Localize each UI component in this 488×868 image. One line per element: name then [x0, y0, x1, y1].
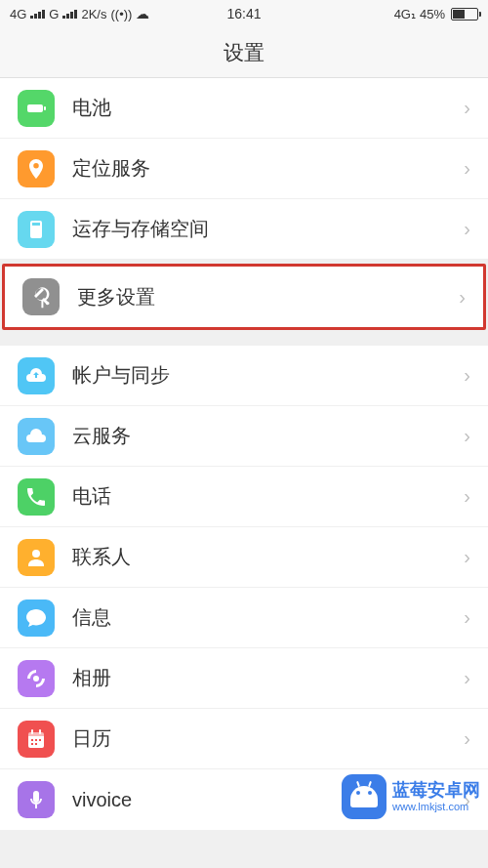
svg-rect-3 [32, 223, 40, 226]
chevron-right-icon: › [464, 425, 470, 447]
svg-rect-0 [27, 104, 43, 112]
page-title: 设置 [0, 27, 488, 78]
settings-item-cloud[interactable]: 云服务› [0, 406, 488, 467]
svg-rect-14 [35, 743, 37, 745]
battery-percent: 45% [420, 7, 445, 21]
item-label: 云服务 [72, 423, 464, 449]
net-speed-label: 2K/s [81, 7, 106, 21]
item-label: 电话 [72, 483, 464, 510]
chevron-right-icon: › [464, 727, 470, 750]
messages-icon [18, 599, 55, 637]
svg-point-5 [33, 676, 39, 682]
svg-rect-1 [44, 106, 46, 110]
chevron-right-icon: › [459, 286, 466, 309]
item-label: 日历 [72, 725, 464, 752]
svg-rect-15 [33, 791, 39, 803]
item-label: 相册 [72, 665, 464, 691]
battery-icon [451, 8, 478, 21]
settings-item-battery[interactable]: 电池› [0, 78, 488, 139]
storage-icon [18, 211, 55, 248]
settings-item-contacts[interactable]: 联系人› [0, 527, 488, 588]
chevron-right-icon: › [464, 364, 470, 387]
chevron-right-icon: › [464, 97, 470, 119]
chevron-right-icon: › [464, 546, 470, 568]
chevron-right-icon: › [464, 157, 470, 180]
watermark-android-icon [342, 774, 386, 819]
network-1-label: 4G [10, 7, 26, 21]
battery-icon [18, 90, 55, 127]
gallery-icon [18, 660, 55, 697]
item-label: 联系人 [72, 544, 464, 570]
account-icon [18, 357, 55, 394]
network-2-label: G [49, 7, 59, 21]
chevron-right-icon: › [464, 606, 470, 629]
item-label: 信息 [72, 604, 464, 631]
item-label: 更多设置 [77, 284, 459, 310]
chevron-right-icon: › [464, 667, 470, 689]
svg-rect-11 [35, 739, 37, 741]
svg-rect-8 [31, 729, 33, 734]
wifi-icon: ((•)) [110, 7, 132, 21]
settings-item-gallery[interactable]: 相册› [0, 648, 488, 709]
signal-bars-1-icon [30, 10, 45, 19]
location-icon [18, 150, 55, 187]
settings-item-messages[interactable]: 信息› [0, 588, 488, 648]
svg-rect-13 [31, 743, 33, 745]
svg-rect-7 [28, 732, 44, 736]
chevron-right-icon: › [464, 485, 470, 508]
settings-item-more[interactable]: 更多设置› [2, 264, 486, 330]
status-left: 4G G 2K/s ((•)) ☁ [10, 6, 149, 21]
network-right-label: 4G₁ [394, 7, 416, 21]
cloud-icon [18, 418, 55, 455]
more-icon [22, 278, 60, 315]
item-label: 电池 [72, 95, 464, 121]
settings-item-storage[interactable]: 运存与存储空间› [0, 199, 488, 260]
status-bar: 4G G 2K/s ((•)) ☁ 16:41 4G₁ 45% [0, 0, 488, 27]
svg-point-4 [32, 550, 40, 558]
cloud-icon: ☁ [136, 6, 149, 21]
item-label: 运存与存储空间 [72, 216, 464, 242]
signal-bars-2-icon [62, 10, 77, 19]
calendar-icon [18, 721, 55, 758]
settings-item-location[interactable]: 定位服务› [0, 139, 488, 199]
item-label: 定位服务 [72, 155, 464, 182]
settings-item-calendar[interactable]: 日历› [0, 709, 488, 769]
watermark-title: 蓝莓安卓网 [392, 781, 480, 801]
settings-item-phone[interactable]: 电话› [0, 467, 488, 527]
vivoice-icon [18, 781, 55, 818]
svg-rect-10 [31, 739, 33, 741]
contacts-icon [18, 539, 55, 576]
svg-rect-12 [39, 739, 41, 741]
clock: 16:41 [226, 6, 261, 21]
svg-rect-9 [39, 729, 41, 734]
watermark-url: www.lmkjst.com [392, 801, 480, 812]
phone-icon [18, 478, 55, 516]
item-label: 帐户与同步 [72, 362, 464, 389]
status-right: 4G₁ 45% [394, 7, 478, 21]
section-gap [0, 334, 488, 346]
svg-rect-16 [35, 805, 37, 808]
chevron-right-icon: › [464, 218, 470, 240]
settings-item-account[interactable]: 帐户与同步› [0, 346, 488, 406]
watermark: 蓝莓安卓网 www.lmkjst.com [342, 774, 480, 819]
